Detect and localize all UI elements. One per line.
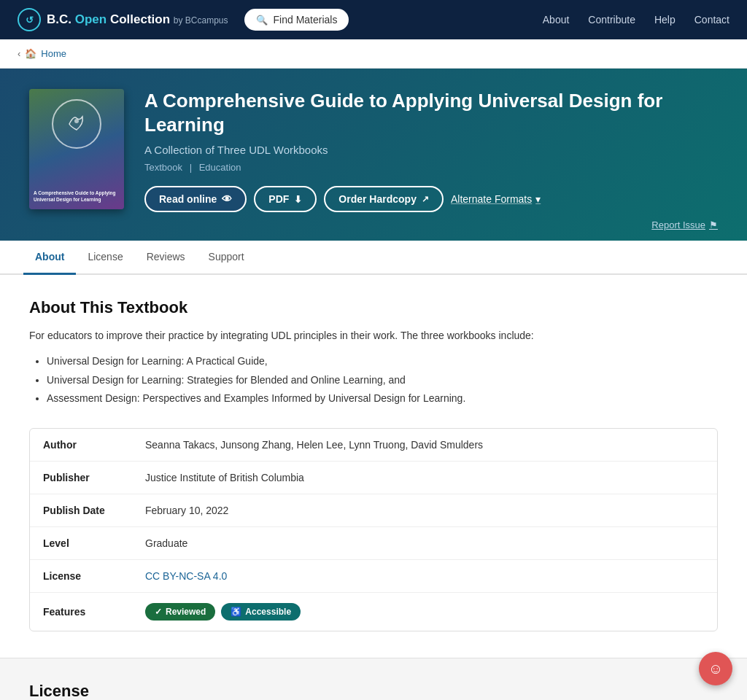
tag-separator: | (190, 162, 192, 173)
logo-by: by BCcampus (174, 15, 228, 26)
tab-support[interactable]: Support (197, 241, 256, 275)
tab-reviews[interactable]: Reviews (135, 241, 197, 275)
tab-about[interactable]: About (23, 241, 76, 275)
meta-row-date: Publish Date February 10, 2022 (30, 494, 717, 527)
meta-label-features: Features (43, 606, 145, 618)
read-online-label: Read online (159, 193, 217, 205)
accessible-label: Accessible (245, 607, 291, 617)
tag-education: Education (199, 162, 241, 173)
about-section: About This Textbook For educators to imp… (0, 275, 747, 658)
chat-button[interactable]: ☺ (699, 652, 732, 685)
hero-section: A Comprehensive Guide to Applying Univer… (0, 69, 747, 241)
meta-row-publisher: Publisher Justice Institute of British C… (30, 462, 717, 494)
chevron-down-icon: ▾ (535, 193, 541, 205)
external-link-icon: ↗ (422, 194, 429, 204)
meta-row-license: License CC BY-NC-SA 4.0 (30, 560, 717, 593)
about-title: About This Textbook (29, 298, 718, 317)
search-icon: 🔍 (256, 15, 268, 26)
search-button[interactable]: 🔍 Find Materials (244, 9, 349, 31)
badge-accessible: ♿ Accessible (221, 603, 301, 621)
meta-value-publisher: Justice Institute of British Columbia (145, 472, 304, 483)
meta-row-features: Features ✓ Reviewed ♿ Accessible (30, 593, 717, 631)
nav-contact[interactable]: Contact (694, 14, 729, 26)
tab-license[interactable]: License (76, 241, 134, 275)
svg-point-0 (74, 119, 79, 123)
chat-icon: ☺ (708, 661, 723, 677)
nav-contribute[interactable]: Contribute (588, 14, 635, 26)
meta-row-author: Author Seanna Takacs, Junsong Zhang, Hel… (30, 429, 717, 462)
meta-row-level: Level Graduate (30, 527, 717, 560)
tag-textbook: Textbook (144, 162, 182, 173)
nav-about[interactable]: About (543, 14, 570, 26)
hardcopy-button[interactable]: Order Hardcopy ↗ (324, 186, 444, 212)
download-icon: ⬇ (294, 194, 302, 205)
home-link[interactable]: Home (41, 48, 66, 59)
flag-icon: ⚑ (709, 219, 718, 230)
report-issue-label: Report Issue (651, 219, 705, 230)
read-online-button[interactable]: Read online 👁 (144, 186, 247, 212)
logo-icon: ↺ (18, 8, 41, 31)
breadcrumb-bar: ‹ 🏠 Home (0, 39, 747, 69)
home-icon: 🏠 (25, 48, 36, 59)
nav-help[interactable]: Help (654, 14, 676, 26)
check-icon: ✓ (155, 607, 162, 617)
pdf-button[interactable]: PDF ⬇ (254, 186, 317, 212)
meta-label-author: Author (43, 439, 145, 451)
navbar: ↺ B.C. Open Collection by BCcampus 🔍 Fin… (0, 0, 747, 39)
hardcopy-label: Order Hardcopy (338, 193, 417, 205)
meta-label-license: License (43, 570, 145, 582)
logo-bc: B.C. (47, 12, 71, 26)
meta-value-level: Graduate (145, 537, 187, 549)
meta-label-date: Publish Date (43, 505, 145, 516)
book-title: A Comprehensive Guide to Applying Univer… (144, 89, 718, 136)
about-list: Universal Design for Learning: A Practic… (29, 352, 718, 408)
list-item: Assessment Design: Perspectives and Exam… (47, 389, 718, 408)
hero-content: A Comprehensive Guide to Applying Univer… (144, 89, 718, 212)
book-cover: A Comprehensive Guide to Applying Univer… (29, 89, 124, 209)
metadata-table: Author Seanna Takacs, Junsong Zhang, Hel… (29, 428, 718, 631)
meta-value-author: Seanna Takacs, Junsong Zhang, Helen Lee,… (145, 439, 483, 451)
alt-formats-button[interactable]: Alternate Formats ▾ (451, 193, 541, 205)
tabs-bar: About License Reviews Support (0, 241, 747, 275)
book-subtitle: A Collection of Three UDL Workbooks (144, 144, 718, 156)
logo: ↺ B.C. Open Collection by BCcampus (18, 8, 228, 31)
list-item: Universal Design for Learning: A Practic… (47, 352, 718, 370)
list-item: Universal Design for Learning: Strategie… (47, 371, 718, 389)
logo-text: B.C. Open Collection by BCcampus (47, 12, 228, 27)
book-cover-graphic (61, 108, 93, 140)
license-link[interactable]: CC BY-NC-SA 4.0 (145, 570, 227, 582)
hero-buttons: Read online 👁 PDF ⬇ Order Hardcopy ↗ Alt… (144, 186, 718, 212)
report-issue-link[interactable]: Report Issue ⚑ (651, 219, 718, 230)
license-section: License This resource is licensed under … (0, 658, 747, 700)
breadcrumb-arrow: ‹ (18, 48, 20, 59)
book-tags: Textbook | Education (144, 162, 718, 173)
main-nav: About Contribute Help Contact (543, 14, 729, 26)
pdf-label: PDF (268, 193, 289, 205)
meta-label-publisher: Publisher (43, 472, 145, 483)
reviewed-label: Reviewed (166, 607, 206, 617)
eye-icon: 👁 (222, 193, 232, 205)
meta-value-date: February 10, 2022 (145, 505, 228, 516)
badge-reviewed: ✓ Reviewed (145, 603, 215, 621)
features-badges: ✓ Reviewed ♿ Accessible (145, 603, 301, 621)
logo-open: Open (75, 12, 107, 26)
logo-collection: Collection (110, 12, 170, 26)
license-title: License (29, 682, 718, 700)
alt-formats-label: Alternate Formats (451, 193, 532, 205)
search-label: Find Materials (274, 14, 338, 26)
accessible-icon: ♿ (231, 607, 241, 617)
meta-label-level: Level (43, 537, 145, 549)
about-intro: For educators to improve their practice … (29, 327, 718, 343)
